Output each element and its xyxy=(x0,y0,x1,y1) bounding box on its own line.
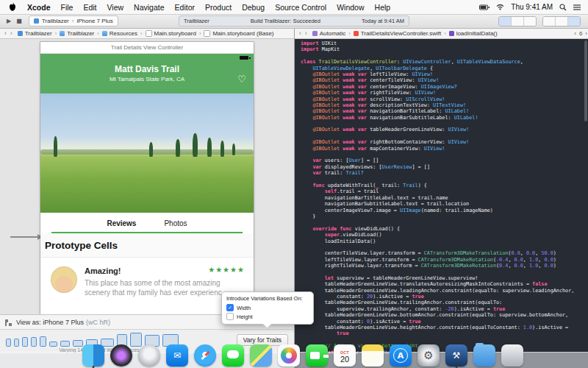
navigator-toggle-button[interactable]: ◧ xyxy=(543,17,556,26)
back-button[interactable]: ‹ xyxy=(4,29,7,37)
dock-photos-icon[interactable] xyxy=(278,344,300,367)
code-back-button[interactable]: ‹ xyxy=(299,29,301,37)
height-option-label: Height xyxy=(237,314,253,320)
version-editor-button[interactable]: ⇆ xyxy=(524,17,536,26)
debug-area-toggle-button[interactable]: ◩ xyxy=(556,17,568,26)
storyboard-canvas[interactable]: Trail Details View Controller Matt Davis… xyxy=(0,38,294,314)
menu-edit[interactable]: Edit xyxy=(78,3,101,12)
issue-stepper: ‹ 6 › xyxy=(574,30,587,37)
device-preview-grid-icon[interactable] xyxy=(5,319,12,326)
dock-calendar-icon[interactable]: OCT20 xyxy=(334,344,356,367)
device-icon[interactable] xyxy=(40,336,46,347)
run-controls: ▶ ■ xyxy=(0,18,29,24)
menu-clock[interactable]: Thu 9:41 AM xyxy=(511,3,553,11)
stop-button[interactable]: ■ xyxy=(16,18,22,24)
breadcrumb-separator-icon: › xyxy=(97,30,99,37)
scheme-selector[interactable]: Trailblazer › iPhone 7 Plus xyxy=(29,15,118,26)
dock-notes-icon[interactable] xyxy=(362,344,384,367)
scene-title[interactable]: Trail Details View Controller xyxy=(40,42,254,54)
menu-items: XcodeFileEditViewNavigateEditorProductDe… xyxy=(22,3,395,12)
menu-source-control[interactable]: Source Control xyxy=(270,3,331,12)
dock-maps-icon[interactable] xyxy=(250,344,272,367)
toolbar-right-controls: ▤ ◫ ⇆ ◧ ◩ ◨ xyxy=(498,16,588,26)
tab-reviews[interactable]: Reviews xyxy=(107,219,136,227)
wifi-icon[interactable] xyxy=(496,4,504,10)
device-icon[interactable] xyxy=(73,340,83,347)
device-icon[interactable] xyxy=(49,342,57,347)
height-checkbox[interactable] xyxy=(226,313,234,320)
device-icon[interactable] xyxy=(6,339,11,347)
activity-time: Today at 9:41 AM xyxy=(362,18,404,24)
menu-help[interactable]: Help xyxy=(370,3,396,12)
spotlight-icon[interactable] xyxy=(559,4,567,11)
dock-siri-icon[interactable] xyxy=(110,344,132,367)
code-jump-bar: ‹ › Automatic›TrailDetailsViewController… xyxy=(295,28,588,39)
width-option-row[interactable]: ✓ Width xyxy=(226,304,309,311)
breadcrumb-separator-icon: › xyxy=(140,30,143,37)
dock-facetime-icon[interactable] xyxy=(306,344,328,367)
menu-navigate[interactable]: Navigate xyxy=(129,3,169,12)
dock-system-preferences-icon[interactable]: ⚙ xyxy=(417,344,440,367)
battery-icon[interactable] xyxy=(479,4,490,10)
dock-app-store-icon[interactable]: A xyxy=(390,344,412,367)
green-line-view xyxy=(51,232,243,233)
menu-debug[interactable]: Debug xyxy=(237,3,270,12)
height-option-row[interactable]: Height xyxy=(226,313,309,320)
breadcrumb-item-traildetailsviewcontroller-swift[interactable]: TrailDetailsViewController.swift xyxy=(354,30,441,37)
source-editor[interactable]: import UIKitimport MapKit class TrailDet… xyxy=(295,38,588,368)
previous-issue-button[interactable]: ‹ xyxy=(574,30,576,37)
apple-menu-icon[interactable] xyxy=(0,3,22,12)
forward-button[interactable]: › xyxy=(10,29,12,37)
dock-trash-icon[interactable] xyxy=(501,344,523,367)
notification-center-icon[interactable] xyxy=(573,4,581,10)
dock-safari-icon[interactable] xyxy=(194,344,216,367)
dock-mail-icon[interactable]: ✉ xyxy=(166,344,188,367)
breadcrumb-item-automatic[interactable]: Automatic xyxy=(312,30,346,37)
editor-mode-segment: ▤ ◫ ⇆ xyxy=(498,16,537,26)
initial-view-controller-arrow xyxy=(10,236,38,238)
trail-photo[interactable] xyxy=(40,93,254,213)
device-icon[interactable] xyxy=(31,337,37,347)
dock-xcode-icon[interactable]: ⚒ xyxy=(445,344,467,367)
utilities-toggle-button[interactable]: ◨ xyxy=(568,17,580,26)
breadcrumb-item-main-storyboard-base[interactable]: Main.storyboard (Base) xyxy=(204,30,273,37)
navbar-subtitle-label: Mt Tamalpais State Park, CA xyxy=(40,76,254,82)
dock-launchpad-icon[interactable] xyxy=(138,344,160,367)
jumpbar-left-crumbs: Trailblazer›Trailblazer›Resources›Main.s… xyxy=(18,30,274,37)
standard-editor-button[interactable]: ▤ xyxy=(499,17,512,26)
star-rating: ★★★★★ xyxy=(208,266,245,274)
device-icon[interactable] xyxy=(22,337,28,347)
dock-messages-icon[interactable] xyxy=(222,344,244,367)
menu-editor[interactable]: Editor xyxy=(170,3,200,12)
device-icon[interactable] xyxy=(60,341,70,347)
status-bar-battery-icon xyxy=(240,56,248,60)
dock-finder-icon[interactable] xyxy=(82,344,104,367)
code-scrollbar[interactable] xyxy=(584,40,587,121)
trail-details-scene[interactable]: Trail Details View Controller Matt Davis… xyxy=(40,42,254,314)
tab-photos[interactable]: Photos xyxy=(164,219,187,227)
breadcrumb-item-main-storyboard[interactable]: Main.storyboard xyxy=(146,30,196,37)
scene-navigation-bar[interactable]: Matt Davis Trail Mt Tamalpais State Park… xyxy=(40,54,254,93)
next-issue-button[interactable]: › xyxy=(585,30,587,37)
dock-downloads-icon[interactable] xyxy=(473,344,495,367)
assistant-editor-button[interactable]: ◫ xyxy=(512,17,524,26)
storyboard-icon xyxy=(204,30,210,37)
width-checkbox[interactable]: ✓ xyxy=(226,304,234,311)
code-forward-button[interactable]: › xyxy=(305,29,307,37)
screen: XcodeFileEditViewNavigateEditorProductDe… xyxy=(0,0,588,368)
device-icon[interactable] xyxy=(14,339,19,347)
view-as-label[interactable]: View as: iPhone 7 Plus xyxy=(16,319,84,326)
menu-xcode[interactable]: Xcode xyxy=(22,3,56,12)
breadcrumb-item-resources[interactable]: Resources xyxy=(102,30,137,37)
scene-tabs: Reviews Photos xyxy=(40,213,254,233)
favorite-heart-icon[interactable]: ♡ xyxy=(237,74,246,85)
breadcrumb-item-trailblazer[interactable]: Trailblazer xyxy=(60,30,94,37)
menu-file[interactable]: File xyxy=(56,3,79,12)
menu-view[interactable]: View xyxy=(102,3,129,12)
breadcrumb-item-loadinitialdata[interactable]: loadInitialData() xyxy=(449,30,498,37)
menu-product[interactable]: Product xyxy=(200,3,237,12)
menu-window[interactable]: Window xyxy=(331,3,369,12)
run-button[interactable]: ▶ xyxy=(7,18,11,24)
scheme-app-icon xyxy=(34,18,39,24)
breadcrumb-item-trailblazer[interactable]: Trailblazer xyxy=(18,30,52,37)
